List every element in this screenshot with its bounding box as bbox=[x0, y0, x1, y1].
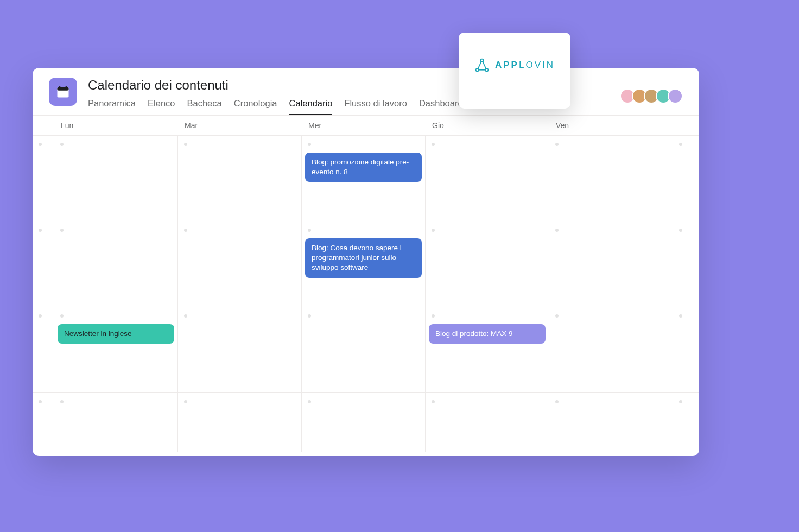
date-dot-icon bbox=[184, 229, 187, 232]
day-headers: Lun Mar Mer Gio Ven bbox=[33, 116, 699, 135]
svg-line-8 bbox=[483, 61, 486, 68]
calendar-cell[interactable] bbox=[33, 136, 54, 221]
calendar-cell[interactable]: Blog: Cosa devono sapere i programmatori… bbox=[302, 221, 426, 307]
date-dot-icon bbox=[39, 400, 42, 403]
applovin-mark-icon bbox=[474, 58, 490, 73]
day-header-edge bbox=[33, 116, 54, 135]
task-card-blog-promo[interactable]: Blog: promozione digitale pre-evento n. … bbox=[305, 153, 422, 182]
date-dot-icon bbox=[60, 229, 64, 232]
date-dot-icon bbox=[184, 143, 187, 146]
tab-panoramica[interactable]: Panoramica bbox=[88, 98, 136, 115]
calendar-cell[interactable] bbox=[549, 221, 673, 307]
project-calendar-icon bbox=[49, 78, 77, 106]
date-dot-icon bbox=[679, 143, 682, 146]
calendar-cell[interactable] bbox=[426, 393, 549, 452]
date-dot-icon bbox=[679, 314, 682, 318]
calendar-cell[interactable] bbox=[673, 221, 695, 307]
svg-rect-2 bbox=[59, 86, 60, 89]
task-card-newsletter[interactable]: Newsletter in inglese bbox=[58, 324, 174, 344]
date-dot-icon bbox=[555, 143, 559, 146]
tab-cronologia[interactable]: Cronologia bbox=[234, 98, 277, 115]
avatar[interactable] bbox=[668, 88, 683, 104]
day-header-ven: Ven bbox=[549, 116, 673, 135]
week-row: Blog: Cosa devono sapere i programmatori… bbox=[33, 221, 699, 307]
calendar-cell[interactable]: Blog: promozione digitale pre-evento n. … bbox=[302, 136, 426, 221]
calendar-cell[interactable] bbox=[178, 307, 302, 392]
date-dot-icon bbox=[39, 229, 42, 232]
svg-point-4 bbox=[480, 59, 483, 62]
calendar-cell[interactable]: Blog di prodotto: MAX 9 bbox=[426, 307, 549, 392]
svg-point-5 bbox=[476, 68, 479, 71]
date-dot-icon bbox=[39, 143, 42, 146]
date-dot-icon bbox=[184, 314, 187, 318]
date-dot-icon bbox=[432, 400, 435, 403]
calendar-cell[interactable] bbox=[178, 136, 302, 221]
title-tabs: Calendario dei contenuti Panoramica Elen… bbox=[88, 78, 683, 115]
date-dot-icon bbox=[308, 229, 311, 232]
day-header-mar: Mar bbox=[178, 116, 302, 135]
app-window: Calendario dei contenuti Panoramica Elen… bbox=[33, 68, 699, 456]
applovin-logo: APPLOVIN bbox=[474, 58, 555, 73]
date-dot-icon bbox=[432, 314, 435, 318]
calendar-cell[interactable] bbox=[673, 307, 695, 392]
calendar-cell[interactable] bbox=[673, 136, 695, 221]
calendar-cell[interactable] bbox=[302, 307, 426, 392]
tabs: Panoramica Elenco Bacheca Cronologia Cal… bbox=[88, 98, 683, 115]
calendar-cell[interactable] bbox=[54, 136, 178, 221]
calendar-cell[interactable] bbox=[178, 393, 302, 452]
task-card-blog-max9[interactable]: Blog di prodotto: MAX 9 bbox=[429, 324, 546, 344]
day-header-edge bbox=[673, 116, 695, 135]
date-dot-icon bbox=[60, 400, 64, 403]
calendar-cell[interactable] bbox=[549, 136, 673, 221]
date-dot-icon bbox=[39, 314, 42, 318]
date-dot-icon bbox=[308, 400, 311, 403]
calendar-cell[interactable] bbox=[426, 136, 549, 221]
calendar-cell[interactable] bbox=[33, 307, 54, 392]
day-header-lun: Lun bbox=[54, 116, 178, 135]
task-card-blog-junior[interactable]: Blog: Cosa devono sapere i programmatori… bbox=[305, 238, 422, 278]
applovin-wordmark: APPLOVIN bbox=[495, 60, 555, 71]
date-dot-icon bbox=[432, 143, 435, 146]
date-dot-icon bbox=[555, 400, 559, 403]
calendar-cell[interactable] bbox=[549, 307, 673, 392]
day-header-gio: Gio bbox=[426, 116, 549, 135]
calendar-cell[interactable] bbox=[178, 221, 302, 307]
calendar-cell[interactable] bbox=[54, 393, 178, 452]
svg-line-7 bbox=[478, 61, 481, 68]
date-dot-icon bbox=[679, 400, 682, 403]
calendar-cell[interactable] bbox=[33, 393, 54, 452]
date-dot-icon bbox=[555, 314, 559, 318]
tab-flusso[interactable]: Flusso di lavoro bbox=[344, 98, 407, 115]
date-dot-icon bbox=[184, 400, 187, 403]
svg-rect-1 bbox=[58, 87, 69, 91]
date-dot-icon bbox=[555, 229, 559, 232]
date-dot-icon bbox=[432, 229, 435, 232]
week-row bbox=[33, 392, 699, 452]
calendar: Lun Mar Mer Gio Ven Blog: promozione dig… bbox=[33, 115, 699, 452]
calendar-cell[interactable] bbox=[54, 221, 178, 307]
tab-bacheca[interactable]: Bacheca bbox=[187, 98, 222, 115]
calendar-cell[interactable] bbox=[426, 221, 549, 307]
tab-elenco[interactable]: Elenco bbox=[148, 98, 175, 115]
applovin-logo-card: APPLOVIN bbox=[459, 33, 570, 109]
date-dot-icon bbox=[308, 143, 311, 146]
calendar-cell[interactable] bbox=[302, 393, 426, 452]
header: Calendario dei contenuti Panoramica Elen… bbox=[33, 68, 699, 115]
svg-point-6 bbox=[485, 68, 488, 71]
project-title: Calendario dei contenuti bbox=[88, 78, 683, 93]
week-row: Newsletter in inglese Blog di prodotto: … bbox=[33, 307, 699, 392]
day-header-mer: Mer bbox=[302, 116, 426, 135]
calendar-cell[interactable] bbox=[549, 393, 673, 452]
date-dot-icon bbox=[60, 314, 64, 318]
avatars bbox=[623, 88, 683, 104]
tab-calendario[interactable]: Calendario bbox=[289, 98, 333, 115]
svg-rect-3 bbox=[66, 86, 67, 89]
calendar-cell[interactable] bbox=[673, 393, 695, 452]
date-dot-icon bbox=[60, 143, 64, 146]
week-row: Blog: promozione digitale pre-evento n. … bbox=[33, 135, 699, 221]
tab-dashboard[interactable]: Dashboard bbox=[419, 98, 463, 115]
date-dot-icon bbox=[308, 314, 311, 318]
calendar-cell[interactable]: Newsletter in inglese bbox=[54, 307, 178, 392]
calendar-cell[interactable] bbox=[33, 221, 54, 307]
date-dot-icon bbox=[679, 229, 682, 232]
